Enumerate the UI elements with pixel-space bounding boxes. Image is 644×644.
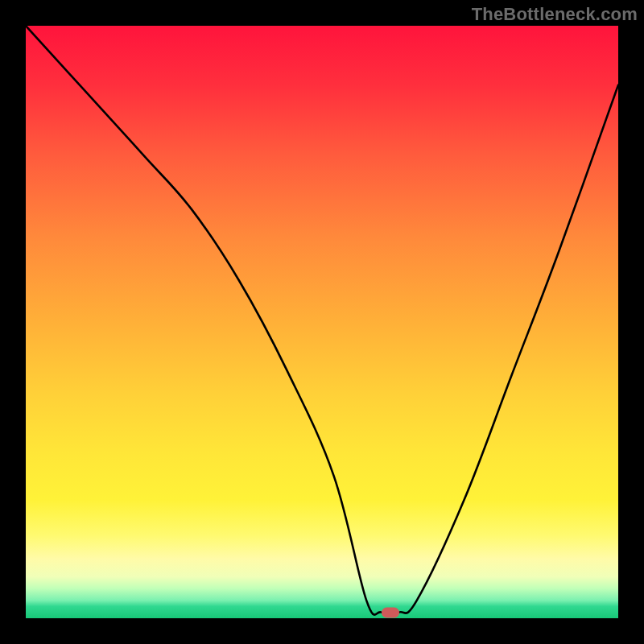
- chart-frame: TheBottleneck.com: [0, 0, 644, 644]
- optimum-marker: [382, 607, 399, 617]
- watermark-text: TheBottleneck.com: [472, 4, 638, 25]
- bottleneck-curve: [26, 26, 618, 618]
- plot-area: [26, 26, 618, 618]
